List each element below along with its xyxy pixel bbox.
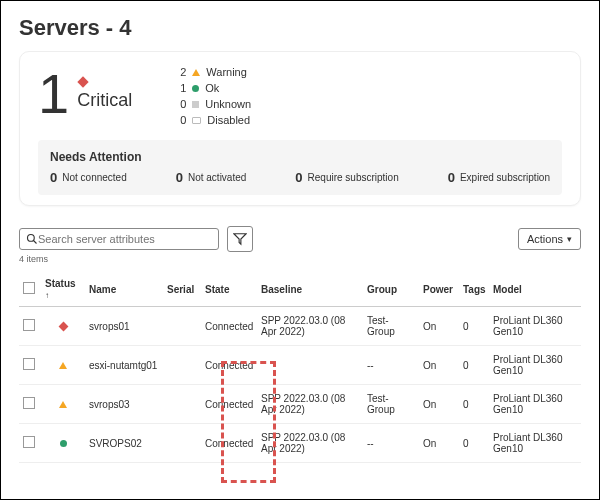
critical-label: Critical — [77, 90, 132, 111]
table-row[interactable]: svrops03ConnectedSPP 2022.03.0 (08 Apr 2… — [19, 385, 581, 424]
needs-heading: Needs Attention — [50, 150, 550, 164]
cell-tags: 0 — [459, 346, 489, 385]
status-unknown[interactable]: 0Unknown — [180, 98, 251, 110]
cell-name: svrops01 — [85, 307, 163, 346]
cell-name: SVROPS02 — [85, 424, 163, 463]
ok-icon — [60, 440, 67, 447]
sort-asc-icon: ↑ — [45, 291, 49, 300]
cell-power: On — [419, 385, 459, 424]
cell-name: esxi-nutamtg01 — [85, 346, 163, 385]
diamond-icon — [58, 321, 68, 331]
svg-line-1 — [34, 241, 37, 244]
cell-group: Test-Group — [363, 385, 419, 424]
chevron-down-icon: ▾ — [567, 234, 572, 244]
disabled-icon — [192, 117, 201, 124]
table-row[interactable]: esxi-nutamtg01Connected--On0ProLiant DL3… — [19, 346, 581, 385]
page-title: Servers - 4 — [19, 15, 581, 41]
status-warning[interactable]: 2Warning — [180, 66, 251, 78]
critical-block[interactable]: 1 Critical — [38, 66, 132, 122]
status-list: 2Warning 1Ok 0Unknown 0Disabled — [180, 66, 251, 126]
col-serial[interactable]: Serial — [163, 272, 201, 307]
needs-expired-subscription[interactable]: 0Expired subscription — [448, 170, 550, 185]
cell-group: Test-Group — [363, 307, 419, 346]
cell-model: ProLiant DL360 Gen10 — [489, 346, 581, 385]
cell-baseline: SPP 2022.03.0 (08 Apr 2022) — [257, 424, 363, 463]
warning-icon — [59, 362, 67, 369]
cell-state: Connected — [201, 307, 257, 346]
search-icon — [26, 233, 38, 245]
cell-tags: 0 — [459, 385, 489, 424]
cell-name: svrops03 — [85, 385, 163, 424]
actions-button[interactable]: Actions ▾ — [518, 228, 581, 250]
col-group[interactable]: Group — [363, 272, 419, 307]
cell-power: On — [419, 346, 459, 385]
table-row[interactable]: svrops01ConnectedSPP 2022.03.0 (08 Apr 2… — [19, 307, 581, 346]
cell-power: On — [419, 424, 459, 463]
search-input-wrap[interactable] — [19, 228, 219, 250]
cell-group: -- — [363, 424, 419, 463]
cell-model: ProLiant DL360 Gen10 — [489, 385, 581, 424]
ok-icon — [192, 85, 199, 92]
col-power[interactable]: Power — [419, 272, 459, 307]
cell-model: ProLiant DL360 Gen10 — [489, 307, 581, 346]
col-name[interactable]: Name — [85, 272, 163, 307]
cell-tags: 0 — [459, 424, 489, 463]
cell-baseline: SPP 2022.03.0 (08 Apr 2022) — [257, 385, 363, 424]
svg-point-0 — [28, 235, 35, 242]
col-state[interactable]: State — [201, 272, 257, 307]
col-status[interactable]: Status ↑ — [41, 272, 85, 307]
summary-card: 1 Critical 2Warning 1Ok 0Unknown 0Disabl… — [19, 51, 581, 206]
row-checkbox[interactable] — [23, 397, 35, 409]
col-baseline[interactable]: Baseline — [257, 272, 363, 307]
col-model[interactable]: Model — [489, 272, 581, 307]
status-ok[interactable]: 1Ok — [180, 82, 251, 94]
cell-serial — [163, 346, 201, 385]
warning-icon — [192, 69, 200, 76]
select-all-checkbox[interactable] — [23, 282, 35, 294]
servers-table: Status ↑ Name Serial State Baseline Grou… — [19, 272, 581, 463]
cell-state: Connected — [201, 346, 257, 385]
cell-state: Connected — [201, 424, 257, 463]
col-tags[interactable]: Tags — [459, 272, 489, 307]
critical-count: 1 — [38, 66, 69, 122]
filter-button[interactable] — [227, 226, 253, 252]
cell-serial — [163, 307, 201, 346]
cell-state: Connected — [201, 385, 257, 424]
status-disabled[interactable]: 0Disabled — [180, 114, 251, 126]
cell-baseline: SPP 2022.03.0 (08 Apr 2022) — [257, 307, 363, 346]
items-count: 4 items — [19, 254, 581, 264]
row-checkbox[interactable] — [23, 358, 35, 370]
cell-baseline — [257, 346, 363, 385]
cell-model: ProLiant DL360 Gen10 — [489, 424, 581, 463]
row-checkbox[interactable] — [23, 319, 35, 331]
needs-require-subscription[interactable]: 0Require subscription — [295, 170, 398, 185]
diamond-icon — [77, 76, 88, 87]
row-checkbox[interactable] — [23, 436, 35, 448]
needs-not-activated[interactable]: 0Not activated — [176, 170, 247, 185]
cell-power: On — [419, 307, 459, 346]
needs-not-connected[interactable]: 0Not connected — [50, 170, 127, 185]
cell-serial — [163, 424, 201, 463]
cell-serial — [163, 385, 201, 424]
filter-icon — [233, 232, 247, 246]
unknown-icon — [192, 101, 199, 108]
table-row[interactable]: SVROPS02ConnectedSPP 2022.03.0 (08 Apr 2… — [19, 424, 581, 463]
cell-group: -- — [363, 346, 419, 385]
cell-tags: 0 — [459, 307, 489, 346]
warning-icon — [59, 401, 67, 408]
needs-attention: Needs Attention 0Not connected 0Not acti… — [38, 140, 562, 195]
table-header-row: Status ↑ Name Serial State Baseline Grou… — [19, 272, 581, 307]
search-input[interactable] — [38, 233, 212, 245]
